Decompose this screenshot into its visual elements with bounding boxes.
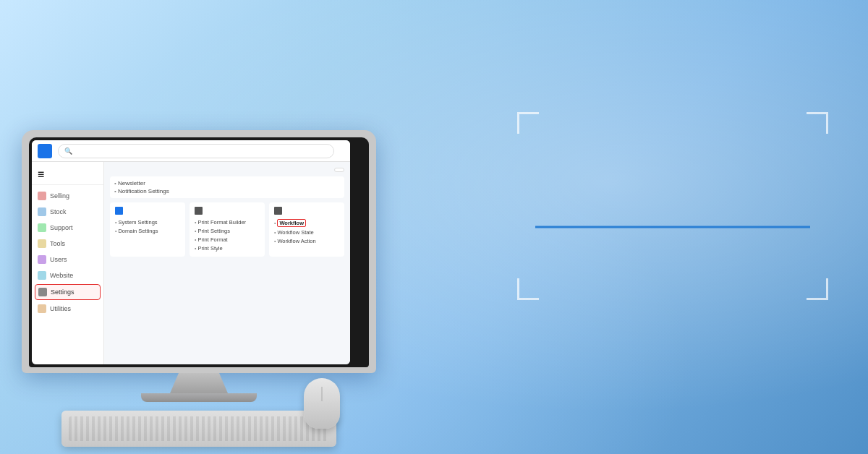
print-settings-link[interactable]: Print Settings	[195, 226, 260, 235]
core-module-header	[115, 207, 180, 215]
newsletter-link[interactable]: Newsletter	[114, 179, 340, 187]
workflow-module-header	[274, 207, 339, 215]
erp-body: ☰ Selling Stock	[32, 162, 350, 364]
newsletter-links: Newsletter Notification Settings	[114, 179, 340, 195]
printing-module-card: Print Format Builder Print Settings Prin…	[190, 202, 265, 257]
sidebar-item-settings[interactable]: Settings	[35, 284, 101, 300]
core-module-links: System Settings Domain Settings	[115, 218, 180, 235]
erp-main-content: Newsletter Notification Settings	[104, 162, 350, 364]
settings-icon	[38, 288, 47, 296]
printing-module-links: Print Format Builder Print Settings Prin…	[195, 218, 260, 252]
erp-sidebar: ☰ Selling Stock	[32, 162, 104, 364]
core-module-card: System Settings Domain Settings	[110, 202, 185, 257]
mouse	[304, 378, 340, 429]
workflow-action-link[interactable]: Workflow Action	[274, 236, 339, 245]
core-module-icon	[115, 207, 123, 215]
print-style-link[interactable]: Print Style	[195, 244, 260, 252]
modules-area: System Settings Domain Settings	[110, 202, 344, 257]
erp-logo-icon	[38, 144, 52, 158]
bracket-bottom-left	[517, 278, 539, 300]
workflow-state-link[interactable]: Workflow State	[274, 228, 339, 236]
sidebar-item-selling[interactable]: Selling	[32, 188, 103, 204]
right-content	[521, 219, 825, 236]
headline-divider	[535, 226, 810, 228]
monitor-screen: 🔍 ☰	[32, 140, 350, 364]
workflow-highlight[interactable]: Workflow	[277, 219, 306, 227]
workflow-module-card: Workflow Workflow State Workflow Action	[269, 202, 344, 257]
sidebar-item-stock[interactable]: Stock	[32, 204, 103, 220]
erp-search-bar[interactable]: 🔍	[58, 144, 334, 158]
tools-icon	[38, 239, 46, 248]
sidebar-item-website[interactable]: Website	[32, 267, 103, 283]
domain-settings-link[interactable]: Domain Settings	[115, 226, 180, 235]
monitor: 🔍 ☰	[22, 130, 376, 373]
erpnext-ui: 🔍 ☰	[32, 140, 350, 364]
hamburger-icon[interactable]: ☰	[38, 171, 44, 179]
sidebar-item-support[interactable]: Support	[32, 220, 103, 236]
erp-topbar: 🔍	[32, 140, 350, 162]
support-icon	[38, 223, 46, 232]
sidebar-item-tools[interactable]: Tools	[32, 236, 103, 252]
sidebar-item-users[interactable]: Users	[32, 252, 103, 267]
monitor-base	[141, 393, 257, 402]
monitor-container: 🔍 ☰	[22, 130, 376, 447]
workflow-link[interactable]: Workflow	[274, 218, 339, 228]
workflow-module-icon	[274, 207, 282, 215]
print-format-builder-link[interactable]: Print Format Builder	[195, 218, 260, 226]
system-settings-link[interactable]: System Settings	[115, 218, 180, 226]
content-action-row	[110, 168, 344, 172]
corner-brackets	[517, 112, 828, 300]
notification-settings-link[interactable]: Notification Settings	[114, 187, 340, 195]
bracket-top-right	[807, 112, 828, 134]
bracket-top-left	[517, 112, 539, 134]
main-headline	[521, 226, 825, 228]
printing-module-header	[195, 207, 260, 215]
bracket-bottom-right	[807, 278, 828, 300]
edit-button[interactable]	[334, 168, 344, 172]
search-icon: 🔍	[64, 147, 72, 155]
selling-icon	[38, 192, 46, 200]
sidebar-header: ☰	[32, 168, 103, 185]
utilities-icon	[38, 304, 46, 313]
website-icon	[38, 271, 46, 280]
users-icon	[38, 255, 46, 264]
monitor-stand	[170, 373, 228, 393]
sidebar-item-utilities[interactable]: Utilities	[32, 301, 103, 317]
print-format-link[interactable]: Print Format	[195, 235, 260, 244]
printing-module-icon	[195, 207, 203, 215]
stock-icon	[38, 207, 46, 216]
workflow-module-links: Workflow Workflow State Workflow Action	[274, 218, 339, 245]
newsletter-card: Newsletter Notification Settings	[110, 176, 344, 198]
create-workspace-button[interactable]	[322, 168, 331, 172]
monitor-bezel: 🔍 ☰	[29, 137, 369, 367]
keyboard	[61, 411, 336, 447]
